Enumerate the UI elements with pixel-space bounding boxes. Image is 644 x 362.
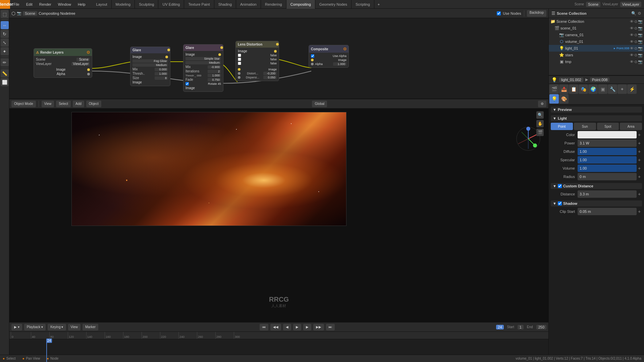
play-btn[interactable]: ▶ <box>293 324 301 330</box>
current-frame-display[interactable]: 24 <box>496 325 503 329</box>
tab-modeling[interactable]: Modeling <box>112 0 135 9</box>
scene-selector[interactable]: Scene <box>23 11 37 16</box>
jump-end-btn[interactable]: ⏭ <box>326 324 335 330</box>
end-frame-input[interactable]: 250 <box>536 325 546 329</box>
tab-layout[interactable]: Layout <box>92 0 112 9</box>
scene-01-eye[interactable]: 👁 <box>630 26 634 30</box>
tmp-eye[interactable]: 👁 <box>630 60 634 64</box>
viewport-add-btn[interactable]: Add <box>73 101 84 107</box>
custom-distance-check[interactable] <box>558 184 562 188</box>
prop-tab-material[interactable]: 🎨 <box>559 94 569 104</box>
scene-collection-restrict[interactable]: ⊙ <box>634 19 637 24</box>
distance-add-btn[interactable]: + <box>637 191 642 197</box>
node-editor-canvas[interactable]: ⚠ Render Layers ⊙ Scene Scene ViewLayer … <box>9 18 548 99</box>
view-layer-name[interactable]: ViewLayer <box>620 2 641 7</box>
filter-icon[interactable]: 🔍 <box>631 11 636 16</box>
viewport-select-btn[interactable]: Select <box>56 101 71 107</box>
scene-01-restrict[interactable]: ⊙ <box>634 26 637 31</box>
scene-collection-eye[interactable]: 👁 <box>630 19 634 23</box>
tab-texture-paint[interactable]: Texture Paint <box>184 0 214 9</box>
light-radius-add-btn[interactable]: + <box>637 174 642 179</box>
stars-restrict[interactable]: ⊙ <box>634 53 637 57</box>
data-name-display[interactable]: Point.008 <box>590 77 609 82</box>
light-section-header[interactable]: ▼ Light <box>551 115 642 121</box>
settings-icon[interactable]: ⚙ <box>638 11 641 16</box>
backdrop-btn[interactable]: Backdrop <box>527 10 546 17</box>
playback-btn[interactable]: Playback ▾ <box>24 324 46 330</box>
light-power-value[interactable]: 3.1 W <box>578 139 637 147</box>
light-power-add-btn[interactable]: + <box>637 140 642 146</box>
light-diffuse-add-btn[interactable]: + <box>637 149 642 154</box>
stars-render[interactable]: 📷 <box>638 53 643 57</box>
light-type-area[interactable]: Area <box>620 123 642 130</box>
prev-keyframe-btn[interactable]: ◀ <box>283 324 291 330</box>
preview-header[interactable]: ▼ Preview <box>551 107 642 113</box>
volume-01-eye[interactable]: 👁 <box>630 40 634 44</box>
view-btn[interactable]: View <box>68 324 81 330</box>
tab-scripting[interactable]: Scripting <box>352 0 374 9</box>
prop-tab-object-data[interactable]: 💡 <box>549 94 559 104</box>
shadow-check[interactable] <box>558 201 562 205</box>
prop-tab-view-layer[interactable]: 📋 <box>569 84 578 94</box>
tool-rotate[interactable]: ↻ <box>1 30 9 38</box>
outliner-scene-collection[interactable]: 📁 Scene Collection 👁 ⊙ 📷 <box>549 18 644 25</box>
outliner-light-01[interactable]: 💡 light_01 ▸ Point.008 👁 ⊙ 📷 <box>549 45 644 52</box>
camera-01-render[interactable]: 📷 <box>638 33 643 37</box>
glare2-rotate45-check[interactable] <box>185 82 189 85</box>
tab-uv-editing[interactable]: UV Editing <box>158 0 184 9</box>
lens-jitter-check[interactable] <box>238 58 241 61</box>
timeline-editor-btn[interactable]: ▶ ▾ <box>11 324 22 330</box>
shadow-section-header[interactable]: ▼ Shadow <box>551 200 642 206</box>
next-frame-btn[interactable]: ▶▶ <box>313 324 324 330</box>
volume-01-restrict[interactable]: ⊙ <box>634 40 637 44</box>
camera-view-btn[interactable]: 🎬 <box>536 129 544 136</box>
viewport-options-btn[interactable]: ⚙ <box>538 101 546 107</box>
menu-help[interactable]: Help <box>74 0 89 9</box>
viewport-canvas[interactable]: 🔍 ✋ 🎬 RRCG 人人素材 <box>9 109 548 322</box>
outliner-volume-01[interactable]: ⬡ volume_01 👁 ⊙ 📷 <box>549 38 644 45</box>
menu-edit[interactable]: Edit <box>23 0 36 9</box>
light-type-spot[interactable]: Spot <box>597 123 619 130</box>
light-type-point[interactable]: Point <box>551 123 573 130</box>
tool-move[interactable]: ↔ <box>1 21 9 29</box>
prop-tab-render[interactable]: 🎬 <box>549 84 559 94</box>
outliner-tmp[interactable]: ▣ tmp 👁 ⊙ 📷 <box>549 58 644 65</box>
marker-btn[interactable]: Marker <box>83 324 98 330</box>
prop-tab-scene[interactable]: 🎭 <box>579 84 588 94</box>
tab-geometry-nodes[interactable]: Geometry Nodes <box>315 0 352 9</box>
prop-tab-physics[interactable]: ⚡ <box>627 84 637 94</box>
tool-transform[interactable]: ✦ <box>1 47 9 55</box>
light-01-expand[interactable]: ▸ Point.008 <box>614 47 629 50</box>
camera-01-eye[interactable]: 👁 <box>630 33 634 37</box>
light-volume-add-btn[interactable]: + <box>637 166 642 171</box>
camera-01-restrict[interactable]: ⊙ <box>634 33 637 37</box>
outliner-scene-01[interactable]: 🎬 scene_01 👁 ⊙ 📷 <box>549 25 644 32</box>
node-lens-distortion[interactable]: Lens Distortion Image false <box>235 41 279 81</box>
prop-tab-world[interactable]: 🌍 <box>588 84 598 94</box>
zoom-in-btn[interactable]: 🔍 <box>536 111 544 119</box>
custom-distance-header[interactable]: ▼ Custom Distance <box>551 183 642 189</box>
tab-shading[interactable]: Shading <box>214 0 236 9</box>
distance-value[interactable]: 3.3 m <box>578 190 637 198</box>
tool-add-cube[interactable]: ⬜ <box>1 78 9 86</box>
keying-btn[interactable]: Keying ▾ <box>48 324 66 330</box>
next-keyframe-btn[interactable]: ▶ <box>303 324 311 330</box>
light-01-restrict[interactable]: ⊙ <box>634 46 637 51</box>
tmp-restrict[interactable]: ⊙ <box>634 60 637 64</box>
volume-01-render[interactable]: 📷 <box>638 40 643 44</box>
tab-sculpting[interactable]: Sculpting <box>135 0 158 9</box>
menu-file[interactable]: File <box>10 0 23 9</box>
tab-rendering[interactable]: Rendering <box>261 0 286 9</box>
object-name-display[interactable]: light_01.002 <box>559 77 583 82</box>
light-specular-add-btn[interactable]: + <box>637 157 642 163</box>
start-frame-input[interactable]: 1 <box>518 325 524 329</box>
menu-window[interactable]: Window <box>55 0 74 9</box>
light-01-eye[interactable]: 👁 <box>630 46 634 50</box>
scene-name[interactable]: Scene <box>586 2 600 7</box>
viewport-mode-btn[interactable]: Object Mode <box>11 101 36 107</box>
light-color-add-btn[interactable]: + <box>637 132 642 137</box>
lens-projector-check[interactable] <box>238 54 241 57</box>
prop-tab-particles[interactable]: ✦ <box>618 84 627 94</box>
tab-animation[interactable]: Animation <box>236 0 261 9</box>
outliner-stars[interactable]: ⭐ stars 👁 ⊙ 📷 <box>549 52 644 58</box>
